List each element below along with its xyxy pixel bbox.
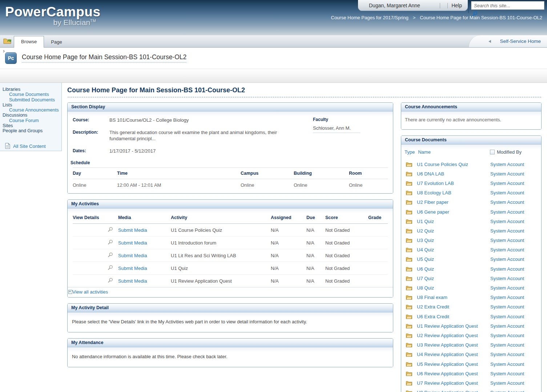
- breadcrumb-separator: >: [413, 15, 416, 20]
- document-name-link[interactable]: U4 Quiz: [417, 247, 490, 252]
- document-name-link[interactable]: U6 Extra Credit: [417, 314, 490, 319]
- sidebar-item-discussions[interactable]: Discussions: [2, 113, 61, 118]
- help-link[interactable]: Help: [451, 3, 462, 8]
- sidebar-item-lists[interactable]: Lists: [2, 102, 61, 108]
- document-modified-link[interactable]: System Account: [490, 380, 538, 386]
- ribbon-bar: Browse Page Self-Service Home: [0, 35, 547, 48]
- documents-col-modified[interactable]: Modified By: [497, 149, 522, 155]
- tab-page[interactable]: Page: [44, 37, 69, 47]
- submit-media-link[interactable]: Submit Media: [118, 278, 147, 284]
- document-modified-link[interactable]: System Account: [490, 238, 538, 243]
- submit-media-link[interactable]: Submit Media: [118, 253, 147, 258]
- document-name-link[interactable]: U3 Review Application Quest: [417, 342, 490, 348]
- document-name-link[interactable]: U7 Quiz: [417, 276, 490, 281]
- document-modified-link[interactable]: System Account: [490, 228, 538, 234]
- my-activities-title: My Activities: [68, 200, 393, 209]
- checkbox-icon[interactable]: [490, 150, 495, 154]
- user-menu[interactable]: Dugan, Margaret Anne: [369, 3, 420, 8]
- document-name-link[interactable]: U6 Gene paper: [417, 209, 490, 215]
- document-row: U3 Review Application QuestSystem Accoun…: [404, 340, 538, 350]
- view-all-activities-link[interactable]: View all activities: [72, 289, 108, 295]
- search-input[interactable]: [471, 1, 544, 10]
- document-modified-link[interactable]: System Account: [490, 256, 538, 262]
- submit-media-link[interactable]: Submit Media: [118, 240, 147, 246]
- breadcrumb-current-link[interactable]: Course Home Page for Main Session-BS 101…: [420, 15, 542, 20]
- document-name-link[interactable]: U6 Review Application Quest: [417, 371, 490, 376]
- sidebar-item-course-announcements[interactable]: Course Announcements: [2, 108, 61, 113]
- activities-col-media: Media: [118, 213, 171, 224]
- assigned-cell: N/A: [271, 249, 306, 262]
- schedule-col-room: Room: [349, 168, 388, 179]
- document-name-link[interactable]: U5 Quiz: [417, 256, 490, 262]
- document-modified-link[interactable]: System Account: [490, 371, 538, 376]
- view-details-cell: [73, 224, 118, 237]
- documents-col-type[interactable]: Type: [405, 149, 415, 155]
- all-site-content-link[interactable]: All Site Content: [2, 143, 61, 150]
- document-name-link[interactable]: U2 Quiz: [417, 228, 490, 234]
- document-name-link[interactable]: U2 Review Application Quest: [417, 333, 490, 338]
- site-actions-icon[interactable]: [3, 37, 12, 45]
- view-details-cell: [73, 237, 118, 249]
- document-modified-link[interactable]: System Account: [490, 276, 538, 281]
- document-modified-link[interactable]: System Account: [490, 314, 538, 319]
- document-name-link[interactable]: U2 Fiber paper: [417, 199, 490, 205]
- document-modified-link[interactable]: System Account: [490, 209, 538, 215]
- document-name-link[interactable]: U1 Quiz: [417, 219, 490, 224]
- document-modified-link[interactable]: System Account: [490, 171, 538, 177]
- document-name-link[interactable]: U2 Extra Credit: [417, 304, 490, 310]
- sidebar-item-course-forum[interactable]: Course Forum: [2, 118, 61, 123]
- tab-browse[interactable]: Browse: [14, 36, 44, 48]
- document-name-link[interactable]: U4 Review Application Quest: [417, 352, 490, 357]
- document-modified-link[interactable]: System Account: [490, 352, 538, 357]
- document-modified-link[interactable]: System Account: [490, 199, 538, 205]
- divider: [447, 3, 448, 8]
- documents-col-name[interactable]: Name: [418, 149, 490, 155]
- sidebar-item-people-and-groups[interactable]: People and Groups: [2, 128, 61, 133]
- document-modified-link[interactable]: System Account: [490, 162, 538, 167]
- document-modified-link[interactable]: System Account: [490, 323, 538, 329]
- document-name-link[interactable]: U8 Quiz: [417, 285, 490, 291]
- document-modified-link[interactable]: System Account: [490, 333, 538, 338]
- sidebar-item-submitted-documents[interactable]: Submitted Documents: [2, 97, 61, 102]
- document-name-link[interactable]: U6 Quiz: [417, 266, 490, 272]
- document-modified-link[interactable]: System Account: [490, 342, 538, 348]
- document-name-link[interactable]: U1 Review Application Quest: [417, 323, 490, 329]
- folder-icon: [404, 304, 417, 309]
- document-name-link[interactable]: U6 DNA LAB: [417, 171, 490, 177]
- document-name-link[interactable]: U3 Quiz: [417, 238, 490, 243]
- view-details-icon[interactable]: [108, 266, 113, 271]
- sidebar-item-sites[interactable]: Sites: [2, 123, 61, 128]
- course-announcements-webpart: Course Announcements There are currently…: [401, 102, 542, 130]
- schedule-head-row: DayTimeCampusBuildingRoom: [73, 168, 388, 179]
- site-title-link[interactable]: Course Home Page for Main Session-BS 101…: [22, 53, 186, 62]
- submit-media-link[interactable]: Submit Media: [118, 227, 147, 233]
- document-name-link[interactable]: U5 Review Application Quest: [417, 361, 490, 367]
- view-details-icon[interactable]: [108, 253, 113, 259]
- breadcrumb-parent-link[interactable]: Course Home Pages for 2017/Spring: [331, 15, 409, 20]
- document-modified-link[interactable]: System Account: [490, 181, 538, 186]
- document-modified-link[interactable]: System Account: [490, 247, 538, 252]
- document-modified-link[interactable]: System Account: [490, 361, 538, 367]
- document-name-link[interactable]: U1 Course Policies Quiz: [417, 162, 490, 167]
- sidebar-item-libraries[interactable]: Libraries: [2, 87, 61, 92]
- view-details-icon[interactable]: [108, 241, 113, 246]
- document-modified-link[interactable]: System Account: [490, 304, 538, 310]
- self-service-home-link[interactable]: Self-Service Home: [500, 39, 541, 44]
- document-modified-link[interactable]: System Account: [490, 190, 538, 195]
- document-modified-link[interactable]: System Account: [490, 285, 538, 291]
- view-details-icon[interactable]: [108, 228, 113, 233]
- document-modified-link[interactable]: System Account: [490, 390, 538, 392]
- document-name-link[interactable]: U7 Evolution LAB: [417, 181, 490, 186]
- faculty-name-link[interactable]: Schlosser, Ann M.: [313, 125, 360, 133]
- document-modified-link[interactable]: System Account: [490, 219, 538, 224]
- sidebar-item-course-documents[interactable]: Course Documents: [2, 92, 61, 97]
- document-name-link[interactable]: U7 Review Application Quest: [417, 380, 490, 386]
- submit-media-link[interactable]: Submit Media: [118, 266, 147, 271]
- document-modified-link[interactable]: System Account: [490, 266, 538, 272]
- document-name-link[interactable]: U8 Review Application Quest: [417, 390, 490, 392]
- view-details-icon[interactable]: [108, 279, 113, 284]
- folder-icon: [404, 362, 417, 367]
- document-name-link[interactable]: U8 Ecology LAB: [417, 190, 490, 195]
- document-modified-link[interactable]: System Account: [490, 295, 538, 300]
- document-name-link[interactable]: U8 Final exam: [417, 295, 490, 300]
